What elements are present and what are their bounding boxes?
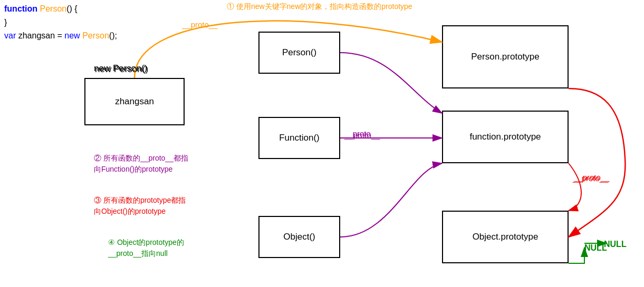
null-display: NULL	[604, 240, 627, 249]
zhangsan-label: zhangsan	[115, 96, 154, 107]
proto-label-fn-display: __proto__	[344, 129, 380, 138]
proto-label-orange: __proto__	[181, 20, 218, 29]
person-prototype-label: Person.prototype	[471, 52, 539, 62]
person-constructor-label: Person()	[282, 47, 316, 58]
annotation2: ② 所有函数的__proto__都指 向Function()的prototype	[94, 153, 188, 175]
annotation3: ③ 所有函数的prototype都指 向Object()的prototype	[94, 195, 186, 217]
new-person-label-display: new Person()	[95, 64, 148, 75]
object-constructor-box: Object()	[258, 216, 340, 258]
object-prototype-label: Object.prototype	[473, 232, 539, 242]
object-prototype-box: Object.prototype	[442, 211, 569, 263]
function-keyword: function	[4, 4, 37, 13]
function-constructor-box: Function()	[258, 117, 340, 159]
var-keyword: var	[4, 31, 16, 40]
zhangsan-box: zhangsan	[84, 78, 185, 125]
code-block: function Person() { } var zhangsan = new…	[0, 0, 121, 45]
annotation1: ① 使用new关键字new的对象，指向构造函数的prototype	[227, 1, 412, 12]
person-constructor-box: Person()	[258, 32, 340, 74]
object-constructor-label: Object()	[283, 232, 315, 242]
person-call: Person	[82, 31, 109, 40]
function-constructor-label: Function()	[279, 133, 320, 143]
diagram: function Person() { } var zhangsan = new…	[0, 0, 644, 287]
function-prototype-label: function.prototype	[469, 132, 541, 142]
proto-label-red-display: __proto__	[574, 173, 610, 182]
person-prototype-box: Person.prototype	[442, 25, 569, 88]
function-prototype-box: function.prototype	[442, 111, 569, 163]
annotation4: ④ Object的prototype的 __proto__指向null	[108, 237, 184, 259]
person-fn-name: Person	[40, 4, 67, 13]
new-keyword: new	[64, 31, 80, 40]
